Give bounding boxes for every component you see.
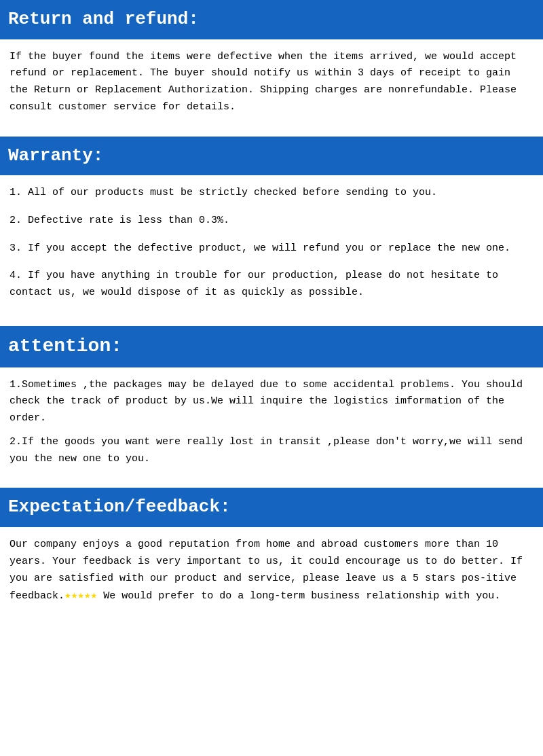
warranty-item-3: 3. If you accept the defective product, … xyxy=(10,240,533,257)
attention-item-2: 2.If the goods you want were really lost… xyxy=(10,434,533,468)
attention-section: attention: 1.Sometimes ,the packages may… xyxy=(0,326,543,488)
return-refund-section: Return and refund: If the buyer found th… xyxy=(0,0,543,137)
warranty-item-4: 4. If you have anything in trouble for o… xyxy=(10,268,533,302)
attention-item-1: 1.Sometimes ,the packages may be delayed… xyxy=(10,377,533,427)
return-refund-heading: Return and refund: xyxy=(0,0,543,39)
warranty-heading: Warranty: xyxy=(0,137,543,176)
expectation-text: Our company enjoys a good reputation fro… xyxy=(10,537,533,605)
warranty-item-1: 1. All of our products must be strictly … xyxy=(10,185,533,202)
attention-content: 1.Sometimes ,the packages may be delayed… xyxy=(0,367,543,488)
expectation-heading: Expectation/feedback: xyxy=(0,488,543,527)
expectation-stars: ★★★★★ xyxy=(64,590,97,602)
warranty-section: Warranty: 1. All of our products must be… xyxy=(0,137,543,326)
expectation-section: Expectation/feedback: Our company enjoys… xyxy=(0,488,543,626)
return-refund-content: If the buyer found the items were defect… xyxy=(0,39,543,137)
expectation-body-after-stars: We would prefer to do a long-term busine… xyxy=(97,590,500,602)
return-refund-text: If the buyer found the items were defect… xyxy=(10,49,533,116)
attention-heading: attention: xyxy=(0,326,543,367)
warranty-item-2: 2. Defective rate is less than 0.3%. xyxy=(10,213,533,230)
warranty-content: 1. All of our products must be strictly … xyxy=(0,175,543,326)
expectation-content: Our company enjoys a good reputation fro… xyxy=(0,527,543,626)
